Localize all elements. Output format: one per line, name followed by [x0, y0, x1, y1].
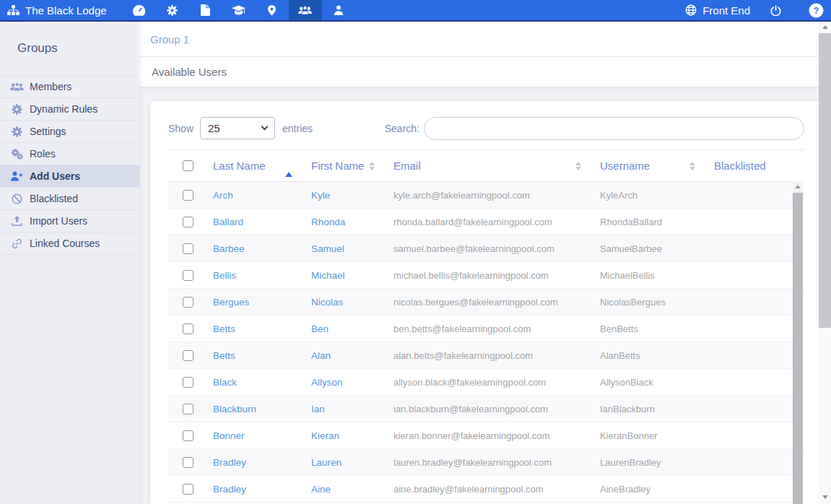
- page-scrollbar: [819, 22, 831, 504]
- last-name-link[interactable]: Black: [213, 377, 237, 388]
- row-checkbox[interactable]: [183, 217, 193, 227]
- email-cell: samuel.barbee@fakelearningpool.com: [393, 243, 600, 254]
- sidebar-item-dynamic-rules[interactable]: Dynamic Rules: [0, 98, 139, 121]
- username-cell: RhondaBallard: [600, 217, 714, 227]
- row-checkbox[interactable]: [183, 457, 193, 468]
- page-size-select[interactable]: 25: [200, 117, 275, 139]
- first-name-cell: Samuel: [311, 243, 393, 254]
- row-checkbox[interactable]: [183, 297, 193, 308]
- row-checkbox[interactable]: [183, 404, 193, 414]
- username-cell: AlanBetts: [600, 350, 714, 361]
- page-scroll-down-button[interactable]: [819, 492, 831, 503]
- column-header-last-name[interactable]: Last Name: [213, 160, 311, 172]
- power-icon: [770, 5, 781, 16]
- last-name-cell: Bonner: [213, 430, 311, 441]
- column-header-username[interactable]: Username: [600, 160, 714, 172]
- location-pin-nav-button[interactable]: [256, 0, 289, 20]
- row-checkbox-cell: [168, 430, 213, 441]
- file-nav-button[interactable]: [189, 0, 222, 20]
- column-header-email[interactable]: Email: [393, 160, 600, 172]
- sidebar-item-import-users[interactable]: Import Users: [0, 210, 139, 233]
- username-cell: BenBetts: [600, 323, 714, 334]
- first-name-link[interactable]: Michael: [311, 270, 345, 281]
- front-end-button[interactable]: Front End: [685, 4, 750, 17]
- search-input[interactable]: [424, 117, 804, 140]
- last-name-cell: Blackburn: [213, 404, 311, 414]
- sidebar-item-label: Members: [30, 81, 71, 92]
- user-nav-button[interactable]: [322, 0, 355, 20]
- last-name-link[interactable]: Blackburn: [213, 404, 256, 414]
- page-scroll-up-button[interactable]: [819, 22, 831, 32]
- first-name-link[interactable]: Kyle: [311, 190, 330, 201]
- first-name-link[interactable]: Rhonda: [311, 217, 345, 227]
- last-name-link[interactable]: Bradley: [213, 484, 246, 495]
- logout-button[interactable]: [770, 5, 781, 16]
- username-cell: KieranBonner: [600, 430, 714, 441]
- sidebar-item-settings[interactable]: Settings: [0, 121, 139, 143]
- row-checkbox[interactable]: [183, 350, 193, 361]
- table-scroll-up-button[interactable]: [793, 181, 803, 192]
- first-name-cell: Lauren: [311, 457, 393, 468]
- top-navbar: The Black Lodge Front End ?: [0, 0, 831, 22]
- row-checkbox[interactable]: [183, 270, 193, 281]
- table-row: BerguesNicolasnicolas.bergues@fakelearni…: [168, 289, 804, 316]
- users-nav-button[interactable]: [289, 0, 322, 20]
- sidebar-item-members[interactable]: Members: [0, 76, 139, 98]
- first-name-link[interactable]: Samuel: [311, 243, 344, 254]
- last-name-link[interactable]: Bergues: [213, 297, 249, 308]
- table-row: BellisMichaelmichael.bellis@fakelearning…: [168, 262, 804, 289]
- row-checkbox[interactable]: [183, 190, 193, 201]
- first-name-link[interactable]: Aine: [311, 484, 331, 495]
- gear-nav-button[interactable]: [156, 0, 189, 20]
- sidebar-item-linked-courses[interactable]: Linked Courses: [0, 233, 139, 255]
- last-name-link[interactable]: Ballard: [213, 217, 243, 227]
- sidebar-item-add-users[interactable]: Add Users: [0, 165, 139, 188]
- email-cell: nicolas.bergues@fakelearningpool.com: [393, 297, 600, 308]
- first-name-link[interactable]: Allyson: [311, 377, 343, 388]
- last-name-link[interactable]: Bellis: [213, 270, 236, 281]
- row-checkbox-cell: [168, 190, 213, 201]
- first-name-link[interactable]: Ben: [311, 323, 329, 334]
- brand-link[interactable]: The Black Lodge: [0, 0, 114, 20]
- gear-icon: [167, 5, 178, 16]
- first-name-link[interactable]: Lauren: [311, 457, 341, 468]
- sidebar-item-label: Add Users: [30, 170, 80, 182]
- last-name-link[interactable]: Betts: [213, 350, 235, 361]
- email-cell: alan.betts@fakelearningpool.com: [393, 350, 600, 361]
- email-cell: michael.bellis@fakelearningpool.com: [393, 270, 600, 281]
- first-name-link[interactable]: Ian: [311, 404, 325, 414]
- last-name-link[interactable]: Barbee: [213, 243, 245, 254]
- last-name-cell: Bradley: [213, 484, 311, 495]
- page-scrollbar-thumb[interactable]: [819, 33, 831, 328]
- last-name-cell: Black: [213, 377, 311, 388]
- graduation-cap-nav-button[interactable]: [222, 0, 256, 20]
- dashboard-nav-button[interactable]: [123, 0, 156, 20]
- row-checkbox[interactable]: [183, 323, 193, 334]
- last-name-link[interactable]: Bonner: [213, 430, 245, 441]
- last-name-link[interactable]: Bradley: [213, 457, 246, 468]
- first-name-link[interactable]: Kieran: [311, 430, 339, 441]
- table-scrollbar-thumb[interactable]: [793, 193, 803, 504]
- help-button[interactable]: ?: [809, 3, 824, 18]
- table-row: BarbeeSamuelsamuel.barbee@fakelearningpo…: [168, 235, 804, 262]
- row-checkbox[interactable]: [183, 243, 193, 254]
- first-name-link[interactable]: Nicolas: [311, 297, 343, 308]
- first-name-link[interactable]: Alan: [311, 350, 331, 361]
- sidebar-item-blacklisted[interactable]: Blacklisted: [0, 188, 139, 210]
- search-label: Search:: [385, 123, 419, 134]
- sidebar-item-label: Dynamic Rules: [30, 103, 97, 115]
- last-name-link[interactable]: Arch: [213, 190, 233, 201]
- sidebar-item-roles[interactable]: Roles: [0, 143, 139, 165]
- dashboard-icon: [133, 5, 145, 16]
- section-title: Available Users: [152, 66, 227, 78]
- row-checkbox[interactable]: [183, 484, 193, 495]
- select-all-checkbox[interactable]: [183, 160, 193, 171]
- row-checkbox[interactable]: [183, 377, 193, 388]
- email-cell: kieran.bonner@fakelearningpool.com: [393, 430, 600, 441]
- table-scrollbar: [793, 181, 803, 504]
- last-name-link[interactable]: Betts: [213, 323, 235, 334]
- first-name-cell: Nicolas: [311, 297, 393, 308]
- last-name-cell: Barbee: [213, 243, 311, 254]
- row-checkbox[interactable]: [183, 430, 193, 441]
- column-header-first-name[interactable]: First Name: [311, 160, 393, 172]
